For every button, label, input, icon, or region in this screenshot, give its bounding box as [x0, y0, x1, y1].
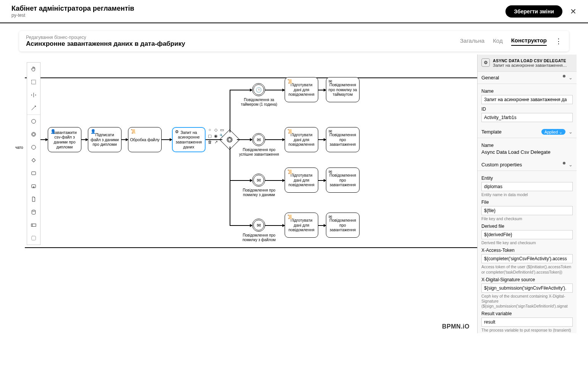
tab-code[interactable]: Код: [493, 37, 503, 45]
task-label: Повідомлення про завантаження: [328, 218, 358, 232]
send-task-icon: ✉: [329, 169, 332, 174]
start-event-icon[interactable]: [27, 115, 40, 128]
timer-event[interactable]: 🕒: [252, 83, 265, 96]
arrow-icon: [126, 138, 128, 141]
svg-rect-0: [32, 80, 36, 84]
svg-point-4: [32, 145, 36, 150]
close-icon[interactable]: ✕: [570, 7, 577, 16]
ctx-annotation-icon[interactable]: ▭: [219, 127, 225, 132]
file-input[interactable]: [481, 206, 573, 215]
chevron-down-icon[interactable]: ⌄: [569, 129, 573, 135]
arrow-icon: [282, 224, 285, 227]
task-label: Повідомлення про помилку за таймаутом: [328, 82, 358, 97]
task-prepare-data[interactable]: 📜Підготувати дані для повідомлення: [285, 168, 318, 193]
entity-input[interactable]: [481, 182, 573, 191]
ctx-connect-icon[interactable]: ↗: [213, 139, 219, 145]
dot-icon: [563, 75, 565, 77]
start-label: чато: [15, 145, 23, 150]
task-notify-timeout[interactable]: ✉Повідомлення про помилку за таймаутом: [326, 77, 360, 102]
arrow-icon: [250, 224, 253, 227]
field-label: File: [481, 200, 573, 205]
field-label: X-Digital-Signature source: [481, 277, 573, 282]
ctx-gateway-icon[interactable]: ◇: [213, 127, 219, 132]
task-async-request[interactable]: ⚙Запит на асинхронне завантаження даних: [172, 127, 206, 152]
intermediate-event-icon[interactable]: [27, 128, 40, 141]
svg-rect-7: [32, 185, 36, 188]
svg-rect-11: [32, 236, 36, 240]
name-input[interactable]: [481, 95, 573, 104]
message-event-err-file[interactable]: ✉: [252, 219, 265, 232]
gateway-icon[interactable]: [27, 154, 40, 167]
save-button[interactable]: Зберегти зміни: [505, 5, 562, 18]
chevron-down-icon[interactable]: ⌄: [569, 75, 573, 81]
bpmn-canvas[interactable]: чато 👤Завантажити csv-файл з даними про …: [11, 55, 577, 333]
connect-tool-icon[interactable]: [27, 102, 40, 114]
svg-marker-13: [228, 138, 232, 141]
arrow-icon: [170, 138, 172, 141]
err-file-event-label: Повідомлення про помилку з файлом: [238, 233, 280, 242]
section-template-head[interactable]: Template Applied ⌄⌄: [478, 126, 577, 138]
panel-head-sub: Запит на асинхронне завантаження…: [493, 63, 567, 68]
lasso-tool-icon[interactable]: [27, 76, 40, 89]
task-label: Підготувати дані для повідомлення: [287, 218, 316, 232]
task-prepare-data[interactable]: 📜Підготувати дані для повідомлення: [285, 127, 318, 152]
id-input[interactable]: [481, 113, 573, 122]
edge: [230, 90, 230, 132]
task-prepare-data[interactable]: 📜Підготувати дані для повідомлення: [285, 213, 318, 238]
ctx-delete-icon[interactable]: 🗑: [207, 139, 212, 145]
arrow-icon: [324, 224, 326, 227]
applied-badge[interactable]: Applied ⌄: [541, 129, 565, 135]
task-load-csv[interactable]: 👤Завантажити csv-файл з даними про дипло…: [48, 127, 81, 152]
x-digital-signature-input[interactable]: [481, 284, 573, 293]
ctx-task-icon[interactable]: ▢: [207, 133, 212, 139]
edge: [230, 180, 252, 181]
derived-file-input[interactable]: [481, 230, 573, 239]
chevron-down-icon[interactable]: ⌄: [569, 162, 573, 168]
ctx-end-icon[interactable]: ◉: [213, 133, 219, 139]
task-notify-load[interactable]: ✉Повідомлення про завантаження: [326, 168, 360, 193]
hand-tool-icon[interactable]: [27, 63, 40, 76]
participant-icon[interactable]: [27, 219, 40, 232]
task-label: Обробка файлу: [130, 137, 159, 142]
tab-general[interactable]: Загальна: [460, 37, 484, 45]
task-icon[interactable]: [27, 167, 40, 180]
x-access-token-input[interactable]: [481, 254, 573, 263]
script-task-icon: 📜: [287, 79, 293, 84]
result-variable-input[interactable]: [481, 317, 573, 327]
data-store-icon[interactable]: [27, 206, 40, 219]
section-custom-head[interactable]: Custom properties ⌄: [478, 159, 577, 171]
end-event-icon[interactable]: [27, 141, 40, 154]
task-prepare-data[interactable]: 📜Підготувати дані для повідомлення: [285, 77, 318, 102]
svg-rect-5: [32, 158, 35, 162]
data-object-icon[interactable]: [27, 193, 40, 206]
section-general-head[interactable]: General ⌄: [478, 72, 577, 84]
task-process-file[interactable]: 📜Обробка файлу: [128, 127, 162, 152]
arrow-icon: [324, 179, 326, 182]
err-data-event-label: Повідомлення про помилку з даними: [238, 188, 280, 197]
field-hint: Entity name in data model: [481, 192, 573, 197]
field-hint: File key and checksum: [481, 216, 573, 221]
arrow-icon: [250, 89, 253, 92]
subprocess-icon[interactable]: [27, 180, 40, 193]
task-notify-load[interactable]: ✉Повідомлення про завантаження: [326, 127, 360, 152]
script-task-icon: 📜: [287, 169, 293, 174]
template-name: Async Data Load Csv Delegate: [481, 149, 573, 155]
tab-constructor[interactable]: Конструктор: [511, 37, 547, 46]
ctx-event-icon[interactable]: ○: [207, 127, 212, 132]
task-sign-file[interactable]: 👤Підписати файл з даними про дипломи: [88, 127, 121, 152]
more-menu-icon[interactable]: ⋮: [555, 37, 562, 45]
group-icon[interactable]: [27, 232, 40, 245]
service-task-icon: ⚙: [481, 58, 490, 67]
space-tool-icon[interactable]: [27, 89, 40, 102]
message-event-err-data[interactable]: ✉: [252, 174, 265, 187]
editor-tabs: Загальна Код Конструктор ⋮: [460, 37, 562, 46]
arrow-icon: [250, 179, 253, 182]
task-notify-load[interactable]: ✉Повідомлення про завантаження: [326, 213, 360, 238]
script-task-icon: 📜: [287, 214, 293, 219]
send-task-icon: ✉: [329, 79, 332, 84]
editor-bar-left: Редагування бізнес-процесу Асинхронне за…: [26, 35, 185, 48]
edge: [265, 225, 285, 226]
field-label: Derived file: [481, 224, 573, 229]
breadcrumb: Редагування бізнес-процесу: [26, 35, 185, 40]
message-event-success[interactable]: ✉: [252, 133, 265, 146]
